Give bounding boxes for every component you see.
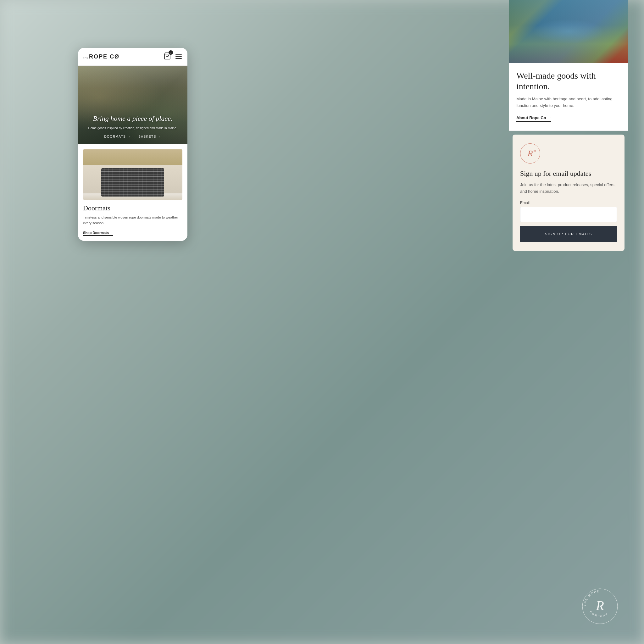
circular-logo: THE ROPE COMPANY R (581, 587, 619, 625)
cart-badge: 2 (169, 50, 173, 55)
brand-logo-circle: R co (520, 143, 540, 164)
logo-text: ROPE CØ (89, 53, 119, 60)
svg-text:R: R (596, 598, 604, 613)
brand-co-text: co (534, 149, 536, 152)
header-icons: 2 (164, 52, 182, 61)
about-section: Well-made goods with intention. Made in … (509, 63, 628, 131)
logo-the: THE (83, 57, 88, 59)
baskets-button[interactable]: BASKETS → (138, 135, 161, 139)
hero-title: Bring home a piece of place. (87, 114, 179, 123)
porch-art (78, 66, 187, 122)
hamburger-line-2 (175, 56, 182, 57)
product-section: Doormats Timeless and sensible woven rop… (78, 144, 187, 241)
hamburger-line-3 (175, 58, 182, 59)
email-label: Email (520, 201, 617, 205)
email-signup-title: Sign up for email updates (520, 169, 617, 178)
phone-logo: THE ROPE CØ (83, 53, 119, 60)
hero-section: Bring home a piece of place. Home goods … (78, 66, 187, 144)
menu-button[interactable] (175, 54, 182, 59)
product-description: Timeless and sensible woven rope doormat… (83, 215, 182, 226)
product-title: Doormats (83, 204, 182, 212)
hero-buttons: DOORMATS → BASKETS → (104, 135, 161, 139)
doormats-button[interactable]: DOORMATS → (104, 135, 131, 139)
about-title: Well-made goods with intention. (516, 70, 621, 92)
bottom-logo: THE ROPE COMPANY R (581, 587, 619, 625)
hero-subtitle: Home goods inspired by creation, designe… (88, 126, 177, 130)
about-link[interactable]: About Rope Co → (516, 115, 551, 122)
brand-r-letter: R (527, 148, 533, 158)
about-description: Made in Maine with heritage and heart, t… (516, 96, 621, 109)
email-signup-section: R co Sign up for email updates Join us f… (513, 135, 625, 251)
shop-doormats-link[interactable]: Shop Doormats → (83, 231, 113, 236)
step-art (83, 149, 182, 165)
hamburger-line-1 (175, 54, 182, 55)
harbor-section (509, 0, 628, 63)
product-image (83, 149, 182, 200)
phone-mockup: THE ROPE CØ 2 Bring home a piece of plac… (78, 48, 187, 241)
doormat-art (101, 168, 164, 197)
email-input[interactable] (520, 207, 617, 222)
phone-header: THE ROPE CØ 2 (78, 48, 187, 66)
right-panel: Well-made goods with intention. Made in … (509, 0, 628, 644)
circular-logo-svg: THE ROPE COMPANY R (581, 587, 619, 625)
cart-button[interactable]: 2 (164, 52, 171, 61)
signup-button[interactable]: SIGN UP FOR EMAILS (520, 226, 617, 242)
email-signup-description: Join us for the latest product releases,… (520, 182, 617, 195)
harbor-image (509, 0, 628, 63)
